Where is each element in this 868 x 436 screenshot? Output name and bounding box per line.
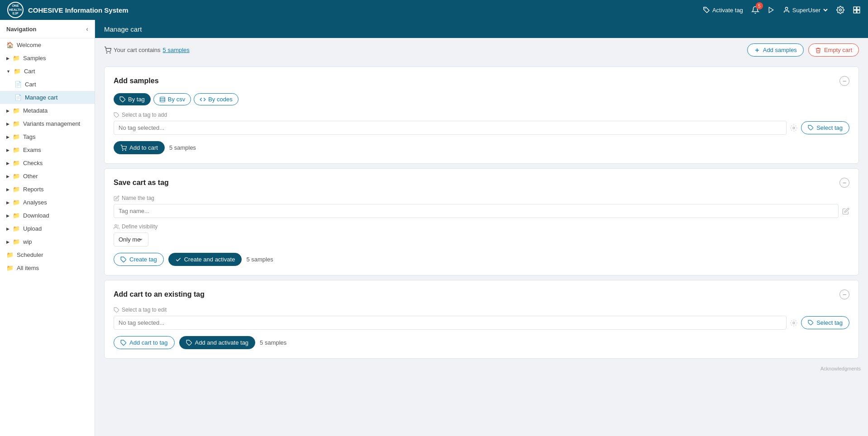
sidebar-item-manage-cart[interactable]: 📄 Manage cart xyxy=(0,91,95,104)
plus-icon xyxy=(754,47,760,53)
tag-edit-icon xyxy=(114,307,119,313)
csv-icon xyxy=(159,96,166,103)
acknowledgments: Acknowledgments xyxy=(95,363,868,374)
sidebar-item-checks[interactable]: ▶ 📁 Checks xyxy=(0,156,95,170)
cart-info-bar: Your cart contains 5 samples Add samples… xyxy=(95,38,868,62)
add-samples-card-header: Add samples − xyxy=(114,76,849,86)
sidebar-item-cart[interactable]: ▼ 📁 Cart xyxy=(0,65,95,78)
select-tag-button-2[interactable]: Select tag xyxy=(801,316,849,329)
tag-name-input[interactable] xyxy=(114,204,839,218)
layout-action[interactable] xyxy=(853,6,861,14)
save-cart-action-row: Create tag Create and activate 5 samples xyxy=(114,253,849,266)
sidebar-item-welcome[interactable]: 🏠 Welcome xyxy=(0,38,95,52)
name-tag-label: Name the tag xyxy=(114,195,849,201)
tag-select-input[interactable] xyxy=(114,121,787,135)
svg-point-9 xyxy=(110,52,110,53)
add-cart-to-tag-button[interactable]: Add cart to tag xyxy=(114,336,175,349)
activate-tag-action[interactable]: Activate tag xyxy=(703,6,743,14)
expand-icon: ▶ xyxy=(6,187,10,192)
existing-tag-input[interactable] xyxy=(114,316,787,330)
home-icon: 🏠 xyxy=(6,42,14,48)
notifications-action[interactable]: 5 xyxy=(751,6,759,14)
tab-by-csv[interactable]: By csv xyxy=(153,93,191,105)
add-samples-button[interactable]: Add samples xyxy=(747,43,804,57)
user-action[interactable]: SuperUser xyxy=(783,6,828,14)
sidebar-item-download[interactable]: ▶ 📁 Download xyxy=(0,209,95,222)
sidebar-item-other[interactable]: ▶ 📁 Other xyxy=(0,170,95,183)
sidebar-item-variants[interactable]: ▶ 📁 Variants management xyxy=(0,117,95,130)
visibility-label: Define visibility xyxy=(114,223,849,230)
tab-by-tag[interactable]: By tag xyxy=(114,93,151,105)
edit-icon xyxy=(842,208,849,215)
save-cart-collapse-btn[interactable]: − xyxy=(839,178,849,188)
select-tag-button-1[interactable]: Select tag xyxy=(801,121,849,134)
file-icon: 📄 xyxy=(14,94,22,101)
sidebar-item-samples[interactable]: ▶ 📁 Samples xyxy=(0,52,95,65)
sidebar-item-all-items[interactable]: 📁 All items xyxy=(0,261,95,275)
sidebar-item-tags[interactable]: ▶ 📁 Tags xyxy=(0,130,95,143)
save-cart-card: Save cart as tag − Name the tag Define v… xyxy=(104,168,859,275)
cart-btn-icon xyxy=(120,145,127,151)
expand-icon: ▶ xyxy=(6,135,10,139)
add-samples-collapse-btn[interactable]: − xyxy=(839,76,849,86)
settings-action[interactable] xyxy=(836,6,844,14)
expand-icon: ▶ xyxy=(6,56,10,61)
svg-marker-1 xyxy=(769,7,773,13)
logo-area: ONE HEALTH EJP COHESIVE Information Syst… xyxy=(7,2,129,18)
save-cart-count: 5 samples xyxy=(246,256,273,263)
tag-tab-icon xyxy=(119,96,126,103)
tag-btn-icon xyxy=(808,125,814,131)
svg-rect-5 xyxy=(857,7,860,9)
svg-point-19 xyxy=(115,224,117,226)
create-tag-button[interactable]: Create tag xyxy=(114,253,164,266)
expand-icon: ▶ xyxy=(6,148,10,152)
folder-icon: 📁 xyxy=(13,120,20,127)
sidebar-item-metadata[interactable]: ▶ 📁 Metadata xyxy=(0,104,95,117)
svg-rect-13 xyxy=(160,97,165,102)
cart-samples-link[interactable]: 5 samples xyxy=(163,47,190,53)
folder-icon: 📁 xyxy=(6,265,14,271)
logo-icon: ONE HEALTH EJP xyxy=(7,2,24,18)
expand-icon: ▼ xyxy=(6,69,10,74)
folder-icon: 📁 xyxy=(13,212,20,219)
sidebar-item-analyses[interactable]: ▶ 📁 Analyses xyxy=(0,196,95,209)
folder-icon: 📁 xyxy=(13,199,20,206)
empty-cart-button[interactable]: Empty cart xyxy=(808,43,859,57)
add-to-cart-button[interactable]: Add to cart xyxy=(114,141,165,154)
sidebar-item-reports[interactable]: ▶ 📁 Reports xyxy=(0,183,95,196)
page-title: Manage cart xyxy=(104,25,142,33)
create-and-activate-button[interactable]: Create and activate xyxy=(168,253,242,266)
sidebar-item-wip[interactable]: ▶ 📁 wip xyxy=(0,235,95,248)
select-existing-tag-row: Select tag xyxy=(114,316,849,330)
content-area: Manage cart Your cart contains 5 samples… xyxy=(95,20,868,436)
add-to-existing-title: Add cart to an existing tag xyxy=(114,290,205,299)
svg-point-2 xyxy=(785,7,787,9)
pencil-icon xyxy=(114,195,119,201)
chevron-down-icon xyxy=(823,7,828,13)
svg-rect-4 xyxy=(854,7,856,9)
expand-icon: ▶ xyxy=(6,161,10,166)
select-tag-input-row: Select tag xyxy=(114,121,849,135)
play-action[interactable] xyxy=(768,6,775,14)
svg-point-16 xyxy=(793,127,795,129)
folder-icon: 📁 xyxy=(13,55,20,62)
gear-icon xyxy=(836,6,844,14)
visibility-select[interactable]: Only me Everyone xyxy=(114,232,148,246)
expand-icon: ▶ xyxy=(6,122,10,126)
sidebar-collapse-icon[interactable]: ‹ xyxy=(86,25,88,33)
tab-by-codes[interactable]: By codes xyxy=(194,93,238,105)
add-to-tag-icon xyxy=(120,340,127,346)
add-and-activate-tag-button[interactable]: Add and activate tag xyxy=(179,336,256,349)
folder-icon: 📁 xyxy=(13,147,20,153)
sidebar-item-upload[interactable]: ▶ 📁 Upload xyxy=(0,222,95,235)
sidebar-item-exams[interactable]: ▶ 📁 Exams xyxy=(0,143,95,156)
sidebar-item-scheduler[interactable]: 📁 Scheduler xyxy=(0,248,95,261)
add-to-existing-collapse-btn[interactable]: − xyxy=(839,289,849,299)
add-to-existing-action-row: Add cart to tag Add and activate tag 5 s… xyxy=(114,336,849,349)
layout-icon xyxy=(853,6,861,14)
svg-point-3 xyxy=(839,9,842,11)
folder-icon: 📁 xyxy=(14,68,21,75)
sidebar-item-cart-sub[interactable]: 📄 Cart xyxy=(0,78,95,91)
add-samples-tabs: By tag By csv By codes xyxy=(114,93,849,105)
folder-icon: 📁 xyxy=(13,225,20,232)
